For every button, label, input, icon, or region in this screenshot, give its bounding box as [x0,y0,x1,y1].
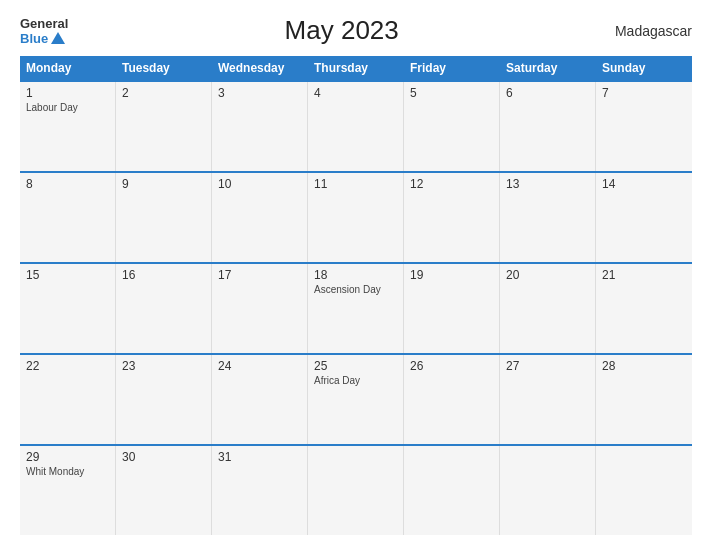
calendar-cell: 14 [596,173,692,262]
day-number: 10 [218,177,301,191]
day-number: 9 [122,177,205,191]
day-number: 7 [602,86,686,100]
header-day-wednesday: Wednesday [212,56,308,80]
day-event: Whit Monday [26,466,109,477]
calendar-cell: 29Whit Monday [20,446,116,535]
calendar-header: MondayTuesdayWednesdayThursdayFridaySatu… [20,56,692,80]
day-number: 29 [26,450,109,464]
header-day-friday: Friday [404,56,500,80]
day-number: 24 [218,359,301,373]
page-header: General Blue May 2023 Madagascar [20,15,692,46]
calendar-cell: 9 [116,173,212,262]
calendar-cell: 2 [116,82,212,171]
day-number: 16 [122,268,205,282]
day-number: 31 [218,450,301,464]
calendar-cell: 8 [20,173,116,262]
calendar-cell: 4 [308,82,404,171]
calendar-week-2: 891011121314 [20,171,692,262]
calendar-cell: 20 [500,264,596,353]
calendar-cell: 19 [404,264,500,353]
day-event: Ascension Day [314,284,397,295]
calendar-title: May 2023 [285,15,399,46]
calendar-cell: 22 [20,355,116,444]
day-number: 5 [410,86,493,100]
header-day-tuesday: Tuesday [116,56,212,80]
calendar-cell: 16 [116,264,212,353]
calendar-week-5: 29Whit Monday3031 [20,444,692,535]
day-number: 23 [122,359,205,373]
calendar-week-1: 1Labour Day234567 [20,80,692,171]
calendar-cell: 6 [500,82,596,171]
day-number: 1 [26,86,109,100]
calendar-cell [596,446,692,535]
calendar-cell: 5 [404,82,500,171]
calendar-body: 1Labour Day23456789101112131415161718Asc… [20,80,692,535]
calendar-cell: 1Labour Day [20,82,116,171]
calendar-cell: 25Africa Day [308,355,404,444]
calendar-cell: 21 [596,264,692,353]
header-day-sunday: Sunday [596,56,692,80]
day-number: 4 [314,86,397,100]
calendar-week-4: 22232425Africa Day262728 [20,353,692,444]
calendar-cell: 10 [212,173,308,262]
day-number: 8 [26,177,109,191]
calendar-cell: 30 [116,446,212,535]
day-number: 25 [314,359,397,373]
day-number: 22 [26,359,109,373]
day-number: 27 [506,359,589,373]
calendar-cell: 12 [404,173,500,262]
header-day-saturday: Saturday [500,56,596,80]
calendar-cell: 17 [212,264,308,353]
logo-general-text: General [20,16,68,31]
day-number: 12 [410,177,493,191]
day-number: 11 [314,177,397,191]
calendar-cell [404,446,500,535]
calendar-week-3: 15161718Ascension Day192021 [20,262,692,353]
day-number: 21 [602,268,686,282]
day-number: 2 [122,86,205,100]
calendar-cell: 13 [500,173,596,262]
day-number: 18 [314,268,397,282]
calendar-cell [308,446,404,535]
day-number: 3 [218,86,301,100]
calendar-cell: 11 [308,173,404,262]
calendar-cell: 28 [596,355,692,444]
calendar-cell: 23 [116,355,212,444]
calendar-cell: 15 [20,264,116,353]
calendar-cell: 3 [212,82,308,171]
logo-triangle-icon [51,32,65,44]
calendar-cell: 31 [212,446,308,535]
calendar-cell [500,446,596,535]
calendar: MondayTuesdayWednesdayThursdayFridaySatu… [20,56,692,535]
day-number: 20 [506,268,589,282]
logo: General Blue [20,16,68,46]
day-event: Africa Day [314,375,397,386]
day-number: 15 [26,268,109,282]
country-label: Madagascar [615,23,692,39]
calendar-cell: 27 [500,355,596,444]
day-number: 26 [410,359,493,373]
day-number: 30 [122,450,205,464]
logo-blue-text: Blue [20,31,65,46]
calendar-cell: 24 [212,355,308,444]
day-number: 14 [602,177,686,191]
day-number: 28 [602,359,686,373]
day-number: 13 [506,177,589,191]
header-day-monday: Monday [20,56,116,80]
day-event: Labour Day [26,102,109,113]
day-number: 17 [218,268,301,282]
day-number: 6 [506,86,589,100]
day-number: 19 [410,268,493,282]
calendar-cell: 18Ascension Day [308,264,404,353]
calendar-cell: 7 [596,82,692,171]
calendar-cell: 26 [404,355,500,444]
header-day-thursday: Thursday [308,56,404,80]
